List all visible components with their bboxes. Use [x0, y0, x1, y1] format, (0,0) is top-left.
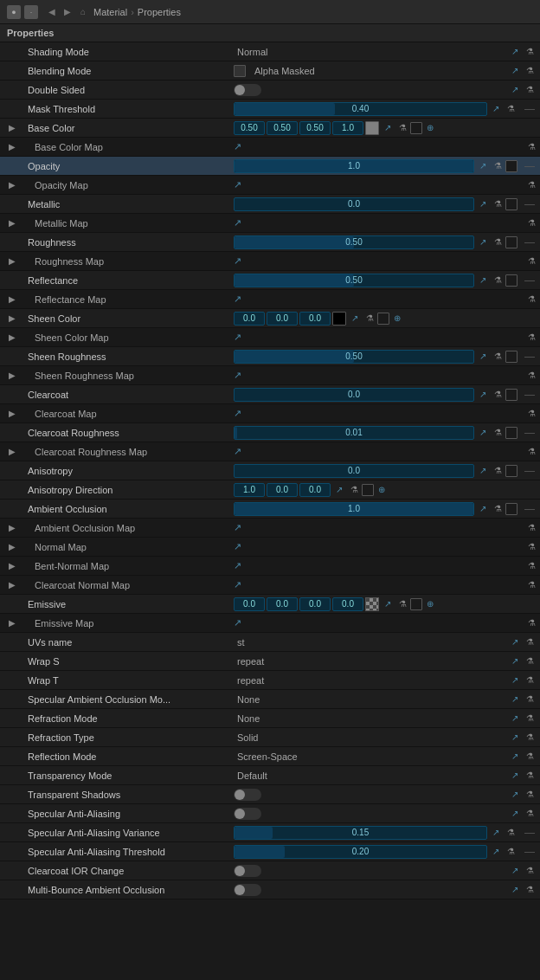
expand-col-clearcoat-normal-map[interactable]: ▶ [0, 580, 24, 590]
expand-arrow[interactable]: ▶ [9, 371, 16, 380]
link-icon[interactable]: ↗ [476, 464, 490, 478]
flask-icon[interactable]: ⚗ [491, 197, 505, 211]
property-row-specular-ao-mode[interactable]: Specular Ambient Occlusion Mo...None↗⚗ [0, 690, 540, 709]
value-checkbox[interactable] [505, 389, 518, 401]
map-link-clearcoat-roughness-map[interactable]: ↗ [234, 446, 245, 457]
link-icon[interactable]: ↗ [508, 750, 522, 764]
flask-icon[interactable]: ⚗ [523, 731, 537, 745]
map-link-bent-normal-map[interactable]: ↗ [234, 560, 245, 571]
expand-arrow[interactable]: ▶ [9, 332, 16, 342]
expand-arrow[interactable]: ▶ [9, 409, 16, 418]
expand-arrow[interactable]: ▶ [9, 313, 16, 323]
flask-icon[interactable]: ⚗ [491, 502, 505, 516]
property-row-blending-mode[interactable]: Blending ModeAlpha Masked↗⚗ [0, 61, 540, 81]
property-row-clearcoat[interactable]: Clearcoat0.0↗⚗— [0, 385, 540, 404]
color-chip-0-anisotropy-direction[interactable]: 1.0 [234, 483, 265, 497]
slider-metallic[interactable]: 0.0 [234, 197, 474, 211]
color-chip-1-emissive[interactable]: 0.0 [267, 597, 298, 611]
link-icon[interactable]: ↗ [508, 769, 522, 783]
value-checkbox[interactable] [505, 198, 518, 210]
expand-arrow[interactable]: ▶ [9, 294, 16, 304]
toggle-double-sided[interactable] [234, 84, 261, 96]
flask-icon-clearcoat-normal-map[interactable]: ⚗ [524, 578, 538, 592]
color-chip-0-emissive[interactable]: 0.0 [234, 597, 265, 611]
expand-col-emissive-map[interactable]: ▶ [0, 618, 24, 628]
flask-icon[interactable]: ⚗ [491, 388, 505, 402]
property-row-multi-bounce-ao[interactable]: Multi-Bounce Ambient Occlusion↗⚗ [0, 880, 540, 899]
flask-icon[interactable]: ⚗ [491, 235, 505, 249]
link-icon[interactable]: ↗ [348, 312, 362, 326]
expand-col-ambient-occlusion-map[interactable]: ▶ [0, 523, 24, 532]
toggle-specular-anti-aliasing[interactable] [234, 808, 261, 820]
expand-col-clearcoat-roughness-map[interactable]: ▶ [0, 447, 24, 456]
flask-icon[interactable]: ⚗ [395, 597, 409, 611]
expand-col-sheen-roughness-map[interactable]: ▶ [0, 371, 24, 380]
color-swatch-base-color[interactable] [365, 121, 379, 135]
property-row-specular-aa-variance[interactable]: Specular Anti-Aliasing Variance0.15↗⚗— [0, 823, 540, 842]
property-row-anisotropy-direction[interactable]: Anisotropy Direction1.00.00.0↗⚗⊕ [0, 480, 540, 500]
flask-icon-ambient-occlusion-map[interactable]: ⚗ [524, 521, 538, 535]
plus-icon[interactable]: ⊕ [375, 483, 389, 497]
property-row-clearcoat-roughness-map[interactable]: ▶Clearcoat Roughness Map↗⚗ [0, 442, 540, 461]
link-icon[interactable]: ↗ [476, 388, 490, 402]
slider-anisotropy[interactable]: 0.0 [234, 464, 474, 478]
expand-col-reflectance-map[interactable]: ▶ [0, 294, 24, 304]
flask-icon[interactable]: ⚗ [523, 769, 537, 783]
value-checkbox[interactable] [410, 598, 422, 610]
link-icon[interactable]: ↗ [476, 159, 490, 173]
property-row-reflectance-map[interactable]: ▶Reflectance Map↗⚗ [0, 290, 540, 309]
link-icon[interactable]: ↗ [476, 426, 490, 440]
flask-icon-base-color-map[interactable]: ⚗ [524, 140, 538, 154]
property-row-base-color-map[interactable]: ▶Base Color Map↗⚗ [0, 138, 540, 157]
expand-col-base-color-map[interactable]: ▶ [0, 142, 24, 152]
expand-arrow[interactable]: ▶ [9, 218, 16, 228]
blending-checkbox[interactable] [234, 65, 246, 77]
slider-roughness[interactable]: 0.50 [234, 235, 474, 249]
slider-clearcoat[interactable]: 0.0 [234, 388, 474, 402]
breadcrumb-material[interactable]: Material [93, 7, 127, 17]
value-checkbox[interactable] [362, 484, 374, 496]
flask-icon[interactable]: ⚗ [523, 712, 537, 725]
flask-icon-bent-normal-map[interactable]: ⚗ [524, 559, 538, 573]
color-chip-3-base-color[interactable]: 1.0 [332, 121, 363, 135]
property-row-reflectance[interactable]: Reflectance0.50↗⚗— [0, 271, 540, 290]
map-link-sheen-color-map[interactable]: ↗ [234, 332, 245, 343]
property-row-specular-anti-aliasing[interactable]: Specular Anti-Aliasing↗⚗ [0, 804, 540, 823]
value-checkbox[interactable] [505, 160, 518, 172]
property-row-sheen-roughness[interactable]: Sheen Roughness0.50↗⚗— [0, 347, 540, 366]
flask-icon-normal-map[interactable]: ⚗ [524, 540, 538, 554]
slider-reflectance[interactable]: 0.50 [234, 274, 474, 287]
toggle-transparent-shadows[interactable] [234, 789, 261, 801]
flask-icon[interactable]: ⚗ [523, 883, 537, 897]
property-row-ambient-occlusion[interactable]: Ambient Occlusion1.0↗⚗— [0, 500, 540, 519]
property-row-emissive[interactable]: Emissive0.00.00.00.0↗⚗⊕ [0, 595, 540, 614]
map-link-clearcoat-map[interactable]: ↗ [234, 408, 245, 419]
color-chip-2-base-color[interactable]: 0.50 [299, 121, 331, 135]
link-icon[interactable]: ↗ [508, 883, 522, 897]
property-row-base-color[interactable]: ▶Base Color0.500.500.501.0↗⚗⊕ [0, 119, 540, 138]
property-row-refraction-mode[interactable]: Refraction ModeNone↗⚗ [0, 709, 540, 728]
property-row-clearcoat-normal-map[interactable]: ▶Clearcoat Normal Map↗⚗ [0, 576, 540, 595]
flask-icon[interactable]: ⚗ [347, 483, 361, 497]
expand-col-base-color[interactable]: ▶ [0, 123, 24, 132]
expand-col-clearcoat-map[interactable]: ▶ [0, 409, 24, 418]
toggle-clearcoat-ior-change[interactable] [234, 865, 261, 877]
property-row-sheen-roughness-map[interactable]: ▶Sheen Roughness Map↗⚗ [0, 366, 540, 385]
flask-icon-emissive-map[interactable]: ⚗ [524, 616, 538, 630]
flask-icon-opacity-map[interactable]: ⚗ [524, 178, 538, 192]
flask-icon[interactable]: ⚗ [523, 864, 537, 878]
map-link-metallic-map[interactable]: ↗ [234, 217, 245, 229]
property-row-mask-threshold[interactable]: Mask Threshold0.40↗⚗— [0, 100, 540, 119]
expand-col-bent-normal-map[interactable]: ▶ [0, 561, 24, 571]
link-icon[interactable]: ↗ [508, 807, 522, 821]
property-row-normal-map[interactable]: ▶Normal Map↗⚗ [0, 538, 540, 557]
slider-specular-aa-variance[interactable]: 0.15 [234, 826, 487, 840]
property-row-anisotropy[interactable]: Anisotropy0.0↗⚗— [0, 461, 540, 480]
flask-icon[interactable]: ⚗ [523, 83, 537, 97]
back-btn[interactable]: ◀ [45, 5, 59, 19]
flask-icon-clearcoat-map[interactable]: ⚗ [524, 407, 538, 421]
expand-arrow[interactable]: ▶ [9, 542, 16, 551]
map-link-roughness-map[interactable]: ↗ [234, 255, 245, 267]
slider-ambient-occlusion[interactable]: 1.0 [234, 502, 474, 516]
flask-icon[interactable]: ⚗ [491, 159, 505, 173]
